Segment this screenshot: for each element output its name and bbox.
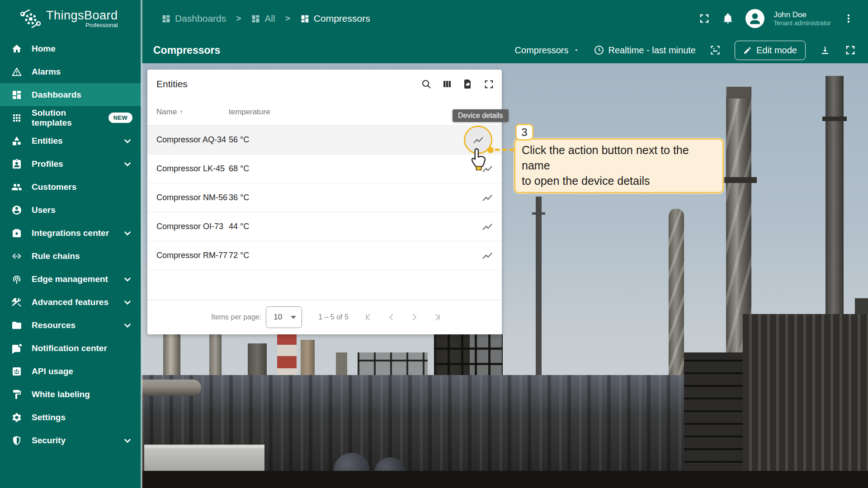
shapes-icon — [11, 136, 22, 146]
sidebar-item-settings[interactable]: Settings — [0, 406, 142, 429]
dashboard-icon — [161, 14, 171, 23]
column-header-name[interactable]: Name ↑ — [147, 108, 229, 117]
logo-text: ThingsBoard Professional — [46, 9, 118, 28]
sidebar-item-label: Dashboards — [32, 90, 81, 100]
sidebar-item-resources[interactable]: Resources — [0, 314, 142, 337]
search-button[interactable] — [420, 78, 432, 90]
columns-button[interactable] — [441, 78, 453, 90]
user-avatar[interactable] — [745, 9, 764, 28]
top-app-bar: ThingsBoard Professional Dashboards > Al… — [0, 0, 868, 37]
widget-title: Entities — [156, 79, 188, 89]
timewindow-button[interactable]: Realtime - last minute — [594, 45, 696, 56]
sidebar-item-integrations-center[interactable]: Integrations center — [0, 221, 142, 244]
table-row[interactable]: Compressor LK-45 68 °C — [147, 155, 502, 183]
download-dashboard-button[interactable] — [819, 44, 831, 56]
chart-line-icon — [481, 221, 493, 233]
sidebar-item-label: Entities — [32, 136, 63, 146]
page-size-select[interactable]: 10 — [266, 306, 302, 328]
sidebar-item-edge-management[interactable]: Edge management — [0, 267, 142, 291]
fullscreen-icon — [484, 79, 494, 89]
photo-chimney-ring — [822, 117, 847, 121]
sidebar-item-solution-templates[interactable]: Solution templates NEW — [0, 106, 142, 129]
photo-pipe — [142, 380, 201, 396]
breadcrumb-compressors[interactable]: Compressors — [300, 13, 370, 24]
photo-structures-mid — [684, 352, 743, 488]
chart-line-icon — [472, 134, 484, 146]
apps-grid-icon — [11, 113, 22, 123]
sidebar-item-entities[interactable]: Entities — [0, 129, 142, 152]
edit-mode-button[interactable]: Edit mode — [735, 41, 806, 60]
more-menu-button[interactable] — [843, 13, 854, 24]
sidebar-item-label: White labeling — [32, 389, 90, 399]
shield-icon — [11, 435, 22, 446]
temperature-cell: 72 °C — [229, 251, 249, 260]
chevron-down-icon — [573, 47, 580, 54]
dashboard-state-select[interactable]: Compressors — [515, 45, 580, 56]
sidebar-item-home[interactable]: Home — [0, 37, 142, 60]
first-page-icon — [363, 311, 375, 323]
sidebar-item-users[interactable]: Users — [0, 198, 142, 221]
sidebar-item-label: API usage — [32, 366, 73, 376]
columns-icon — [442, 79, 453, 89]
sidebar-item-label: Solution templates — [32, 108, 99, 128]
chart-line-icon — [481, 192, 493, 204]
account-circle-icon — [11, 205, 22, 216]
notifications-button[interactable] — [722, 13, 734, 24]
sidebar-item-white-labeling[interactable]: White labeling — [0, 383, 142, 406]
table-row[interactable]: Compressor AQ-34 56 °C — [147, 126, 502, 155]
content-scrollbar[interactable] — [141, 0, 142, 488]
fullscreen-button[interactable] — [698, 13, 710, 24]
cursor-pointer-icon — [469, 148, 488, 172]
photo-structures-right — [743, 314, 868, 488]
widget-fullscreen-button[interactable] — [483, 78, 495, 90]
sidebar-item-alarms[interactable]: Alarms — [0, 60, 142, 83]
export-button[interactable] — [462, 78, 474, 90]
instruction-callout: Click the action button next to the name… — [514, 138, 724, 193]
dashboard-image-button[interactable] — [709, 44, 721, 56]
device-details-action-button[interactable] — [478, 189, 496, 207]
chevron-down-icon — [123, 297, 132, 307]
temperature-cell: 44 °C — [229, 222, 249, 231]
table-row[interactable]: Compressor NM-56 36 °C — [147, 183, 502, 212]
breadcrumb-all[interactable]: All — [251, 13, 275, 24]
sidebar-item-customers[interactable]: Customers — [0, 175, 142, 198]
column-header-temperature[interactable]: temperature — [229, 108, 270, 117]
device-name-cell: Compressor RM-77 — [147, 251, 229, 260]
table-row[interactable]: Compressor OI-73 44 °C — [147, 212, 502, 241]
sidebar-item-dashboards[interactable]: Dashboards — [0, 83, 142, 106]
sidebar-nav: Home Alarms Dashboards Solution template… — [0, 37, 142, 488]
user-info: John Doe Tenant administrator — [774, 10, 831, 28]
sidebar-item-advanced-features[interactable]: Advanced features — [0, 291, 142, 314]
sidebar-item-notification-center[interactable]: Notification center — [0, 337, 142, 360]
first-page-button[interactable] — [363, 311, 375, 323]
sidebar-item-security[interactable]: Security — [0, 429, 142, 452]
photo-chimney-platform — [721, 177, 757, 183]
badge-icon — [11, 159, 22, 169]
previous-page-button[interactable] — [386, 311, 397, 323]
device-details-action-button[interactable] — [478, 247, 496, 265]
fullscreen-icon — [699, 13, 710, 24]
next-page-button[interactable] — [408, 311, 420, 323]
logo[interactable]: ThingsBoard Professional — [0, 6, 142, 31]
device-details-action-button[interactable] — [478, 218, 496, 236]
user-role: Tenant administrator — [774, 19, 831, 28]
brand-edition: Professional — [85, 22, 118, 28]
last-page-button[interactable] — [431, 311, 443, 323]
sidebar-item-label: Alarms — [32, 67, 61, 77]
sidebar-item-label: Users — [32, 205, 56, 215]
sidebar-item-profiles[interactable]: Profiles — [0, 152, 142, 175]
sidebar-item-rule-chains[interactable]: Rule chains — [0, 244, 142, 267]
widget-header: Entities — [147, 70, 502, 99]
photo-warehouse-roof — [144, 445, 264, 448]
sidebar-item-api-usage[interactable]: API usage — [0, 360, 142, 383]
device-name-cell: Compressor LK-45 — [147, 164, 229, 174]
table-row[interactable]: Compressor RM-77 72 °C — [147, 241, 502, 270]
chevron-down-icon — [123, 159, 132, 169]
sidebar-item-label: Edge management — [32, 274, 108, 284]
sidebar-item-label: Rule chains — [32, 251, 80, 261]
chevron-down-icon — [123, 436, 132, 446]
sidebar-item-label: Settings — [32, 413, 66, 422]
breadcrumb-dashboards[interactable]: Dashboards — [161, 13, 226, 24]
sidebar-item-label: Security — [32, 436, 66, 446]
dashboard-fullscreen-button[interactable] — [844, 44, 856, 56]
